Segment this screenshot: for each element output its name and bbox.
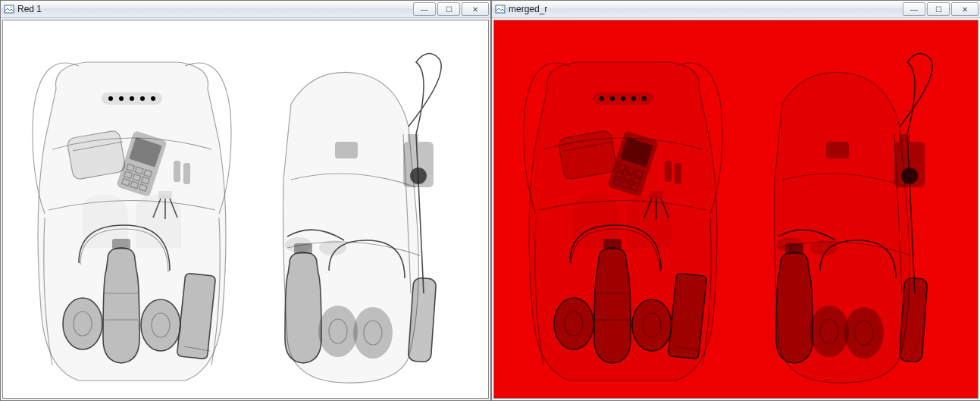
camera [894, 134, 925, 187]
svg-rect-76 [675, 163, 681, 184]
svg-rect-99 [785, 243, 803, 254]
svg-point-54 [502, 6, 504, 8]
minimize-button[interactable]: — [413, 2, 436, 16]
svg-point-7 [151, 96, 155, 101]
clip [335, 142, 358, 158]
desktop: Red 1 — ☐ ✕ [0, 0, 980, 401]
maximize-icon: ☐ [935, 5, 942, 14]
maximize-icon: ☐ [446, 5, 452, 14]
svg-rect-22 [174, 161, 180, 182]
svg-rect-34 [112, 239, 130, 249]
window-controls: — ☐ ✕ [413, 2, 489, 16]
svg-rect-43 [408, 134, 418, 142]
svg-rect-93 [826, 142, 849, 158]
svg-point-60 [642, 96, 647, 101]
svg-point-4 [119, 96, 124, 101]
svg-point-49 [353, 307, 393, 359]
svg-rect-23 [183, 163, 190, 184]
water-bottle [594, 239, 631, 363]
svg-point-47 [318, 305, 358, 357]
svg-point-57 [610, 96, 615, 101]
window-title: Red 1 [17, 4, 410, 14]
svg-point-3 [108, 96, 113, 101]
svg-rect-87 [603, 239, 622, 249]
window-merged-r: merged_r — ☐ ✕ [491, 0, 980, 401]
window-title: merged_r [509, 4, 900, 14]
small-pouch [67, 130, 126, 180]
titlebar[interactable]: merged_r — ☐ ✕ [492, 1, 980, 18]
close-icon: ✕ [962, 5, 968, 14]
svg-point-98 [810, 240, 838, 255]
svg-point-102 [844, 307, 884, 359]
water-bottle-side [285, 243, 321, 363]
svg-point-5 [130, 96, 134, 101]
minimize-icon: — [910, 5, 918, 14]
svg-rect-53 [496, 5, 505, 13]
maximize-button[interactable]: ☐ [927, 2, 950, 16]
close-button[interactable]: ✕ [462, 2, 489, 16]
svg-rect-40 [335, 142, 358, 158]
svg-point-59 [631, 96, 636, 101]
water-bottle [103, 239, 139, 363]
titlebar[interactable]: Red 1 — ☐ ✕ [1, 1, 490, 18]
close-icon: ✕ [472, 5, 478, 14]
image-viewer-icon [4, 4, 14, 14]
svg-point-1 [11, 6, 13, 8]
svg-rect-75 [665, 161, 672, 182]
close-button[interactable]: ✕ [951, 2, 978, 16]
minimize-icon: — [421, 5, 428, 14]
svg-point-6 [140, 96, 145, 101]
svg-point-100 [809, 305, 849, 357]
svg-point-56 [600, 96, 604, 101]
svg-point-95 [901, 168, 918, 184]
image-viewer-icon [495, 4, 506, 14]
svg-point-45 [319, 240, 346, 255]
water-bottle-side [776, 243, 812, 363]
svg-rect-96 [899, 134, 910, 142]
window-red-1: Red 1 — ☐ ✕ [0, 0, 491, 401]
camera [403, 134, 434, 187]
svg-rect-0 [5, 5, 14, 13]
maximize-button[interactable]: ☐ [437, 2, 460, 16]
window-controls: — ☐ ✕ [903, 2, 978, 16]
small-pouch [558, 130, 617, 180]
image-canvas[interactable] [2, 20, 489, 399]
svg-point-42 [410, 168, 427, 184]
image-canvas[interactable] [493, 20, 978, 399]
svg-rect-46 [294, 243, 312, 254]
minimize-button[interactable]: — [903, 2, 925, 16]
clip [826, 142, 849, 158]
svg-point-58 [621, 96, 625, 101]
